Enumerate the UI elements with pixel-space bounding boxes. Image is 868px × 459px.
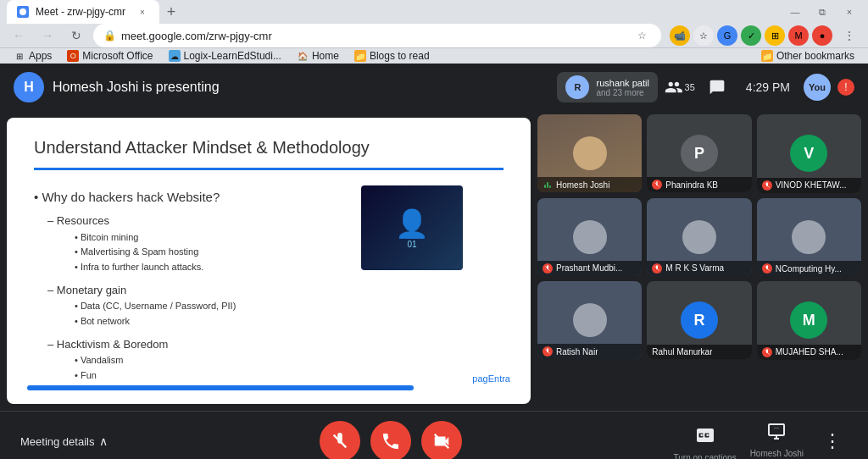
end-call-button[interactable] (370, 421, 411, 459)
tile2-name-bar: Phanindra KB (647, 177, 751, 192)
bookmark-apps[interactable]: ⊞ Apps (7, 48, 58, 64)
apps-label: Apps (29, 50, 52, 62)
lock-icon: 🔒 (103, 30, 116, 41)
tab-title: Meet - zrw-pjgy-cmr (36, 6, 125, 18)
speaking-bars (544, 182, 551, 188)
tile3-name: VINOD KHETAW... (776, 180, 847, 190)
url-bar[interactable]: 🔒 meet.google.com/zrw-pjgy-cmr ☆ (93, 24, 661, 47)
ext-icon-check[interactable]: ✓ (741, 25, 761, 46)
presentation-area: Understand Attacker Mindset & Methodolog… (7, 118, 531, 404)
tile6-name: NComputing Hy... (776, 264, 842, 274)
meeting-details[interactable]: Meeting details ∧ (20, 434, 108, 448)
bookmark-office[interactable]: O Microsoft Office (60, 48, 159, 64)
bottom-controls (320, 421, 462, 459)
tile6-name-bar: NComputing Hy... (757, 261, 861, 276)
tile4-name: Prashant Mudbi... (556, 263, 622, 273)
captions-action[interactable]: Turn on captions (674, 420, 737, 459)
meet-topbar-right: R rushank patil and 23 more 35 4:29 PM Y… (557, 72, 854, 102)
forward-button[interactable]: → (36, 24, 59, 47)
other-bookmarks[interactable]: 📁 Other bookmarks (754, 48, 861, 64)
blogs-label: Blogs to read (370, 50, 430, 62)
slide-section-hacktivism: – Hacktivism & Boredom • Vandalism • Fun (47, 336, 504, 384)
vinod-circle: V (790, 135, 827, 172)
bar3 (549, 185, 551, 188)
ext-icon-star[interactable]: ☆ (693, 25, 714, 46)
participants-panel: Homesh Joshi P Phanindra KB (537, 111, 868, 411)
ext-icon-google[interactable]: G (717, 25, 737, 46)
title-bar: Meet - zrw-pjgy-cmr × + — ⧉ × (0, 0, 868, 24)
alert-badge: ! (837, 79, 854, 96)
tile1-name-bar: Homesh Joshi (537, 177, 642, 192)
minimize-button[interactable]: — (783, 3, 807, 20)
home-icon: 🏠 (297, 50, 309, 62)
presenting-label: Homesh Joshi is presenting (750, 449, 804, 459)
home-label: Home (312, 50, 339, 62)
tile9-name-bar: MUJAHED SHA... (757, 345, 861, 360)
video-tile-vinod: V VINOD KHETAW... (757, 114, 861, 193)
ext-icon-camera[interactable]: 📹 (670, 25, 690, 46)
refresh-button[interactable]: ↻ (64, 24, 88, 47)
captions-label: Turn on captions (674, 453, 737, 459)
slide-title: Understand Attacker Mindset & Methodolog… (34, 138, 504, 158)
section-hacktivism-header: – Hacktivism & Boredom (47, 336, 504, 354)
bookmark-home[interactable]: 🏠 Home (290, 48, 346, 64)
extension-icons: 📹 ☆ G ✓ ⊞ M ● (670, 25, 832, 46)
meet-time: 4:29 PM (739, 80, 797, 94)
chat-button[interactable] (702, 72, 732, 102)
mute-icon-vinod (762, 180, 772, 191)
menu-button[interactable]: ⋮ (837, 24, 861, 47)
participant-preview[interactable]: R rushank patil and 23 more (557, 72, 657, 102)
presenter-text: Homesh Joshi is presenting (53, 80, 220, 95)
video-tile-prashant: Prashant Mudbi... (537, 198, 642, 276)
ext-icon-apps[interactable]: ⊞ (765, 25, 785, 46)
office-label: Microsoft Office (82, 50, 153, 62)
mute-icon-varma (652, 263, 662, 274)
participant-avatar: R (565, 75, 589, 99)
bookmark-blogs[interactable]: 📁 Blogs to read (348, 48, 437, 64)
bookmark-star-icon[interactable]: ☆ (632, 26, 651, 45)
slide-divider (34, 168, 504, 170)
meet-bottombar: Meeting details ∧ Tur (0, 411, 868, 459)
item-bot: • Bot network (75, 314, 504, 329)
presenting-action[interactable]: Homesh Joshi is presenting (750, 416, 804, 459)
camera-off-button[interactable] (421, 421, 462, 459)
tile7-name: Ratish Nair (556, 347, 598, 357)
tab-favicon (17, 6, 29, 18)
tile2-name: Phanindra KB (665, 180, 718, 190)
window-controls: — ⧉ × (783, 3, 861, 20)
hacker-image: 👤 01 (361, 185, 463, 270)
logix-label: Logix-LearnEdStudi... (184, 50, 281, 62)
meet-main: Understand Attacker Mindset & Methodolog… (0, 111, 868, 411)
mute-icon-mujahed (762, 347, 772, 357)
rahul-circle: R (681, 301, 718, 339)
present-icon (761, 416, 792, 446)
bar2 (547, 182, 548, 188)
bookmark-logix[interactable]: ☁ Logix-LearnEdStudi... (162, 48, 288, 64)
tab-close-button[interactable]: × (136, 5, 149, 19)
ext-icon-active[interactable]: ● (812, 25, 832, 46)
pagendra-logo: pagEntra (472, 373, 510, 384)
participant-label: rushank patil and 23 more (596, 78, 648, 97)
tile5-name-bar: M R K S Varma (647, 261, 751, 276)
tile8-name-bar: Rahul Manurkar (647, 345, 751, 359)
participant-count: 35 (685, 82, 695, 92)
more-options-button[interactable]: ⋮ (817, 426, 848, 456)
meet-topbar: H Homesh Joshi is presenting R rushank p… (0, 64, 868, 111)
ext-icon-meet[interactable]: M (788, 25, 809, 46)
participants-button[interactable]: 35 (665, 72, 695, 102)
close-button[interactable]: × (837, 3, 861, 20)
presenter-info: H Homesh Joshi is presenting (14, 72, 557, 102)
mute-button[interactable] (320, 421, 360, 459)
svg-point-0 (19, 8, 26, 15)
item-vandalism: • Vandalism (75, 353, 504, 368)
maximize-button[interactable]: ⧉ (810, 3, 834, 20)
new-tab-button[interactable]: + (159, 0, 183, 24)
meeting-details-label: Meeting details (20, 435, 94, 448)
tile3-name-bar: VINOD KHETAW... (757, 178, 861, 193)
mute-icon-ratish (542, 346, 553, 357)
back-button[interactable]: ← (7, 24, 31, 47)
item-data: • Data (CC, Username / Password, PII) (75, 299, 504, 314)
bottom-right: Turn on captions Homesh Joshi is present… (674, 416, 848, 459)
active-tab[interactable]: Meet - zrw-pjgy-cmr × (7, 0, 159, 24)
mute-icon-phanindra (652, 180, 662, 190)
